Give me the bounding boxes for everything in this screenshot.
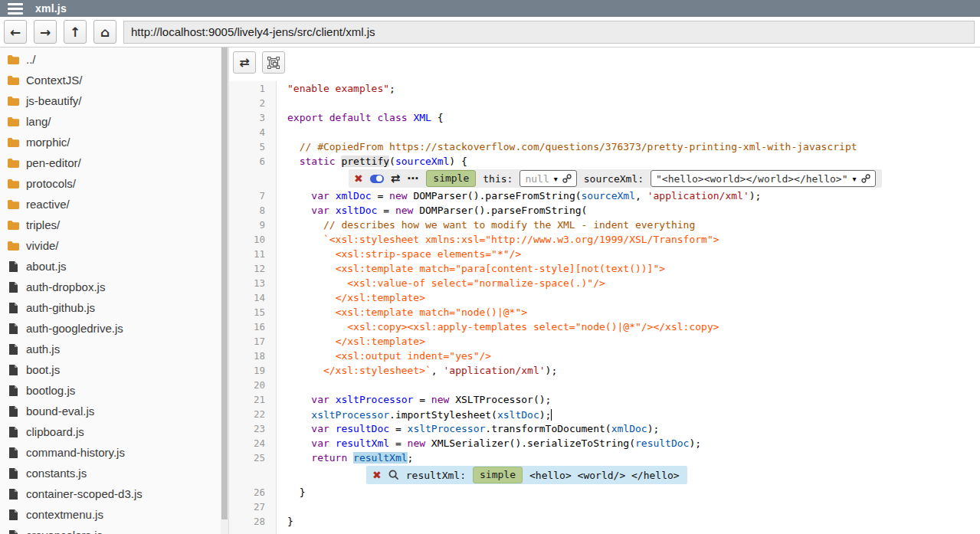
sidebar-item-auth-github-js[interactable]: auth-github.js	[0, 297, 221, 318]
up-button[interactable]: ↑	[64, 20, 87, 44]
file-icon	[6, 488, 20, 500]
sourcexml-value-dropdown[interactable]: "<hello><world></world></hello>"▾	[651, 170, 875, 187]
inspect-button[interactable]	[262, 51, 285, 74]
sidebar-item-pen-editor[interactable]: pen-editor/	[0, 152, 221, 173]
swap-view-button[interactable]: ⇄	[233, 51, 256, 74]
sidebar-item-auth-googledrive-js[interactable]: auth-googledrive.js	[0, 318, 221, 339]
sidebar-item-contextmenu-js[interactable]: contextmenu.js	[0, 504, 221, 525]
code-text: "enable examples";	[277, 81, 395, 96]
sidebar-item-bootlog-js[interactable]: bootlog.js	[0, 380, 221, 401]
sidebar-item-js-beautify[interactable]: js-beautify/	[0, 90, 221, 111]
link-icon[interactable]	[861, 174, 870, 183]
sidebar-item-contextjs[interactable]: ContextJS/	[0, 70, 221, 90]
forward-button[interactable]: →	[34, 20, 57, 44]
folder-icon	[6, 116, 20, 127]
line-number: 25	[229, 450, 277, 465]
sidebar-item-clipboard-js[interactable]: clipboard.js	[0, 421, 221, 442]
file-icon	[6, 281, 20, 293]
folder-icon	[6, 220, 20, 231]
code-text: static prettify(sourceXml) {	[277, 154, 467, 169]
sidebar-item-label: container-scoped-d3.js	[26, 487, 143, 500]
sidebar-item-parent-dir[interactable]: ../	[0, 49, 221, 70]
code-line: 15 <xsl:template match="node()|@*">	[229, 305, 980, 319]
sidebar-item-boot-js[interactable]: boot.js	[0, 359, 221, 380]
code-line: 5 // #CopiedFrom https://stackoverflow.c…	[229, 139, 980, 154]
close-icon[interactable]: ✖	[372, 469, 382, 481]
line-number: 14	[229, 290, 277, 305]
code-line: 26 }	[229, 485, 980, 500]
code-text	[277, 96, 287, 110]
sidebar-item-triples[interactable]: triples/	[0, 215, 221, 235]
sidebar-item-auth-dropbox-js[interactable]: auth-dropbox.js	[0, 277, 221, 297]
code-text: // describes how we want to modify the X…	[277, 218, 695, 232]
code-text: var xmlDoc = new DOMParser().parseFromSt…	[277, 188, 761, 203]
file-icon	[6, 364, 20, 376]
line-number: 15	[229, 305, 277, 319]
title-bar: xml.js	[0, 0, 980, 17]
back-button[interactable]: ←	[4, 20, 27, 44]
sidebar-item-crayoncolors-js[interactable]: crayoncolors.js	[0, 525, 221, 534]
mode-badge[interactable]: simple	[426, 170, 476, 187]
code-text: <xsl:strip-space elements="*"/>	[277, 247, 521, 261]
menu-icon[interactable]	[8, 3, 23, 15]
sidebar-scrollbar-thumb[interactable]	[221, 48, 228, 519]
line-number: 23	[229, 421, 277, 436]
line-number: 18	[229, 349, 277, 363]
url-input[interactable]	[123, 21, 975, 44]
sidebar-item-container-scoped-d3-js[interactable]: container-scoped-d3.js	[0, 483, 221, 504]
line-number: 17	[229, 334, 277, 349]
toggle-knob	[376, 175, 382, 182]
sidebar-item-label: command-history.js	[26, 446, 125, 459]
code-line: 16 <xsl:copy><xsl:apply-templates select…	[229, 319, 980, 334]
dropdown-arrow-icon[interactable]: ▾	[853, 175, 857, 183]
this-value-dropdown[interactable]: null▾	[519, 170, 576, 187]
line-number: 5	[229, 139, 277, 154]
toggle-on-icon[interactable]	[370, 175, 384, 183]
more-icon[interactable]: ⋯	[407, 172, 419, 185]
result-widget[interactable]: ✖resultXml:simple<hello> <world/> </hell…	[366, 466, 687, 484]
sidebar-item-bound-eval-js[interactable]: bound-eval.js	[0, 401, 221, 421]
code-editor[interactable]: 1"enable examples";23export default clas…	[229, 81, 980, 534]
line-number: 11	[229, 247, 277, 261]
sidebar-item-vivide[interactable]: vivide/	[0, 235, 221, 256]
sidebar-item-lang[interactable]: lang/	[0, 111, 221, 132]
selection-box-icon	[267, 57, 280, 69]
sidebar-item-label: contextmenu.js	[26, 508, 103, 521]
sidebar-item-constants-js[interactable]: constants.js	[0, 463, 221, 483]
line-number: 4	[229, 125, 277, 139]
sidebar-item-command-history-js[interactable]: command-history.js	[0, 442, 221, 463]
sidebar-item-morphic[interactable]: morphic/	[0, 132, 221, 152]
code-line: 11 <xsl:strip-space elements="*"/>	[229, 247, 980, 261]
link-icon[interactable]	[562, 174, 572, 183]
sidebar-item-label: auth-github.js	[26, 301, 95, 314]
line-number: 7	[229, 188, 277, 203]
code-text: var resultXml = new XMLSerializer().seri…	[277, 436, 701, 450]
sidebar-scrollbar[interactable]	[221, 48, 228, 534]
code-text: var xsltDoc = new DOMParser().parseFromS…	[277, 203, 587, 218]
sidebar-item-auth-js[interactable]: auth.js	[0, 339, 221, 359]
close-icon[interactable]: ✖	[354, 172, 363, 185]
mode-badge[interactable]: simple	[473, 467, 523, 483]
home-button[interactable]: ⌂	[93, 20, 116, 44]
sourcexml-value: "<hello><world></world></hello>"	[656, 173, 847, 185]
line-number: 6	[229, 154, 277, 169]
sidebar-item-label: ../	[26, 53, 36, 66]
probe-widget[interactable]: ✖⇄⋯simplethis:null▾sourceXml:"<hello><wo…	[349, 169, 882, 188]
line-gutter	[229, 169, 277, 188]
sidebar-item-about-js[interactable]: about.js	[0, 256, 221, 277]
line-number: 20	[229, 378, 277, 392]
dropdown-arrow-icon[interactable]: ▾	[554, 175, 558, 183]
file-browser: ../ContextJS/js-beautify/lang/morphic/pe…	[0, 48, 221, 534]
search-icon[interactable]	[388, 470, 399, 480]
sidebar-item-protocols[interactable]: protocols/	[0, 173, 221, 194]
line-number: 26	[229, 485, 277, 500]
sidebar-item-label: auth-dropbox.js	[26, 280, 105, 293]
swap-icon[interactable]: ⇄	[391, 172, 401, 185]
sidebar-item-label: reactive/	[26, 198, 70, 211]
sidebar-item-label: protocols/	[26, 177, 76, 190]
sidebar-item-label: ContextJS/	[26, 74, 82, 87]
sidebar-item-reactive[interactable]: reactive/	[0, 194, 221, 215]
file-icon	[6, 467, 20, 480]
code-line: 8 var xsltDoc = new DOMParser().parseFro…	[229, 203, 980, 218]
line-number: 27	[229, 500, 277, 514]
